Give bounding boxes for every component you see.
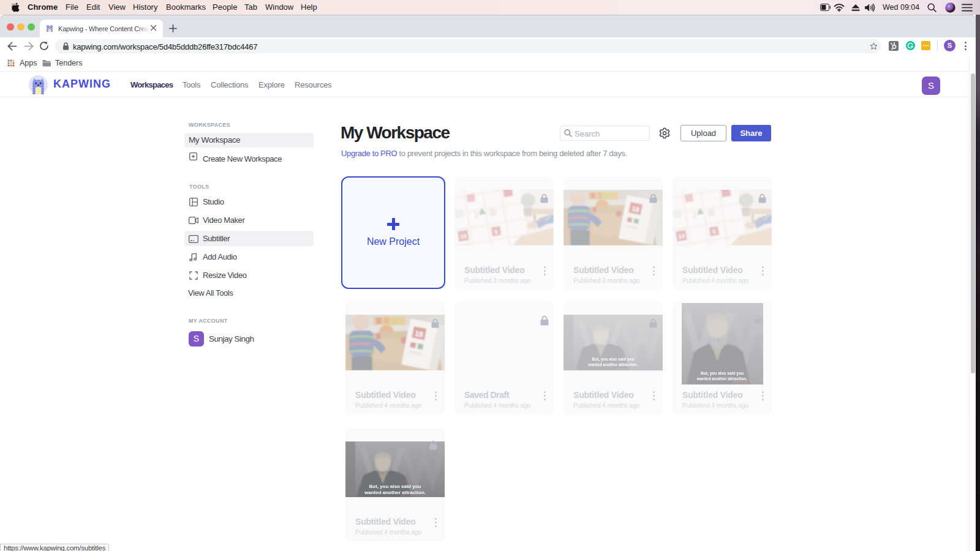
svg-text:But, you also said you: But, you also said you [592,357,635,362]
svg-text:wanted another attraction.: wanted another attraction. [364,490,426,495]
svg-text:FEAR: FEAR [401,493,413,498]
svg-text:FEAR: FEAR [733,380,748,384]
svg-text:But, you also said you: But, you also said you [701,371,744,376]
svg-text:But, you also said you: But, you also said you [369,484,421,489]
svg-text:18: 18 [631,205,639,214]
svg-text:14: 14 [460,233,467,239]
svg-text:14: 14 [678,233,685,239]
svg-text:FEAR: FEAR [619,367,631,371]
